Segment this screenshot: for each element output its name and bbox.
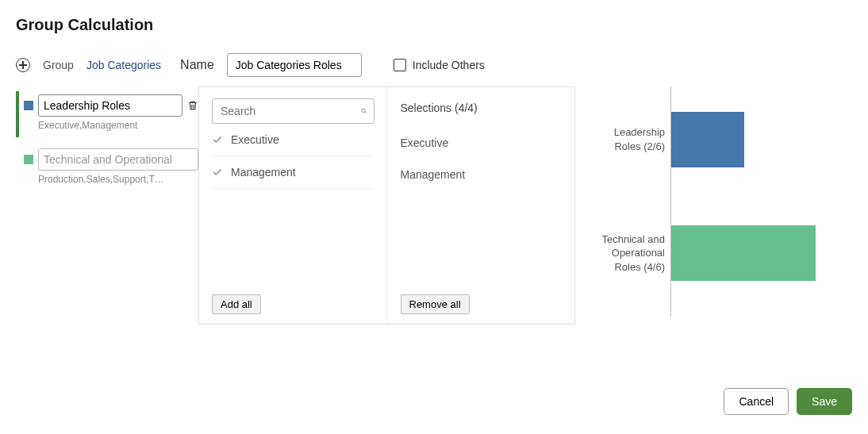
check-icon bbox=[212, 134, 223, 145]
group-name-input[interactable] bbox=[38, 94, 182, 117]
include-others-wrap: Include Others bbox=[394, 59, 485, 71]
main-row: Executive,Management Production,Sales,Su… bbox=[16, 86, 852, 325]
include-others-checkbox[interactable] bbox=[394, 59, 406, 71]
swatch-icon bbox=[24, 101, 33, 110]
group-item-leadership[interactable]: Executive,Management bbox=[16, 91, 198, 137]
selected-item[interactable]: Executive bbox=[401, 127, 563, 159]
available-item[interactable]: Executive bbox=[212, 124, 374, 156]
chart-bar-label: Leadership Roles (2/6) bbox=[586, 125, 665, 153]
selected-column: Selections (4/4) Executive Management Re… bbox=[387, 87, 575, 324]
svg-point-0 bbox=[362, 109, 365, 112]
chart-bar-row: Leadership Roles (2/6) bbox=[671, 112, 744, 167]
available-item[interactable]: Management bbox=[212, 156, 374, 189]
selections-header: Selections (4/4) bbox=[401, 102, 563, 114]
remove-all-button[interactable]: Remove all bbox=[401, 294, 470, 314]
add-all-button[interactable]: Add all bbox=[212, 294, 261, 314]
group-subtitle: Production,Sales,Support,T… bbox=[38, 174, 198, 185]
toolbar: Group Job Categories Name Include Others bbox=[16, 53, 852, 77]
search-wrap bbox=[212, 98, 374, 124]
search-icon bbox=[361, 106, 367, 117]
chart-bar bbox=[671, 225, 816, 281]
chart-bar-label: Technical and Operational Roles (4/6) bbox=[586, 232, 665, 275]
job-categories-link[interactable]: Job Categories bbox=[86, 59, 161, 71]
chart-bar bbox=[671, 112, 744, 167]
chart-bar-row: Technical and Operational Roles (4/6) bbox=[671, 225, 816, 281]
available-column: Executive Management Add all bbox=[199, 87, 387, 324]
swatch-icon bbox=[24, 155, 33, 164]
selected-item-label: Management bbox=[401, 168, 466, 181]
chart: Leadership Roles (2/6) Technical and Ope… bbox=[591, 86, 852, 317]
search-input[interactable] bbox=[219, 104, 361, 118]
group-item-technical[interactable]: Production,Sales,Support,T… bbox=[16, 145, 198, 191]
chart-axis: Leadership Roles (2/6) Technical and Ope… bbox=[670, 86, 852, 317]
group-subtitle: Executive,Management bbox=[38, 120, 198, 131]
footer: Cancel Save bbox=[16, 388, 852, 415]
selection-panel: Executive Management Add all Selections … bbox=[198, 86, 575, 325]
name-input[interactable] bbox=[227, 53, 362, 77]
cancel-button[interactable]: Cancel bbox=[724, 388, 789, 415]
trash-icon[interactable] bbox=[187, 100, 198, 111]
group-name-input[interactable] bbox=[38, 148, 198, 171]
group-label: Group bbox=[43, 59, 74, 71]
add-group-icon[interactable] bbox=[16, 58, 30, 72]
available-item-label: Executive bbox=[231, 133, 279, 146]
selected-item[interactable]: Management bbox=[401, 159, 563, 190]
name-label: Name bbox=[180, 58, 214, 72]
save-button[interactable]: Save bbox=[797, 388, 852, 415]
selected-item-label: Executive bbox=[401, 136, 449, 149]
available-item-label: Management bbox=[231, 166, 296, 179]
include-others-label: Include Others bbox=[413, 59, 485, 71]
page-title: Group Calculation bbox=[16, 16, 852, 34]
check-icon bbox=[212, 167, 223, 178]
groups-column: Executive,Management Production,Sales,Su… bbox=[16, 86, 198, 199]
